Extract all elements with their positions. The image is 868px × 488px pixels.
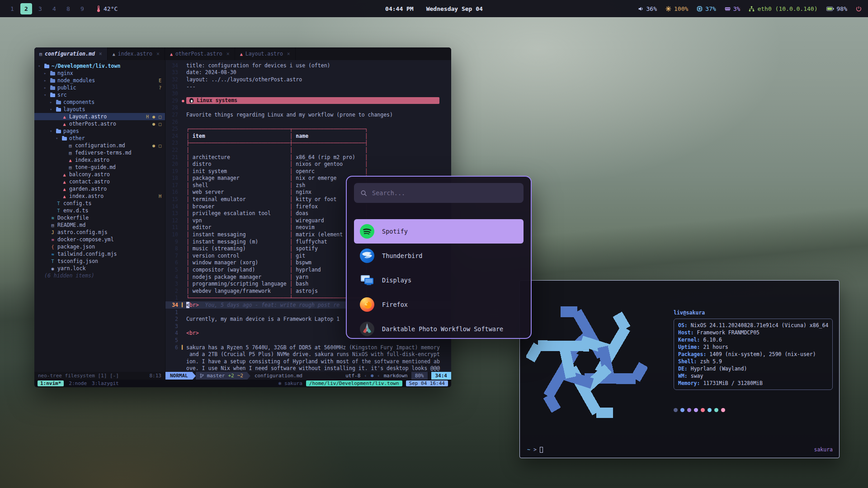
tab-index.astro[interactable]: ▲index.astro× bbox=[108, 47, 165, 60]
battery-module[interactable]: 98% bbox=[826, 5, 847, 12]
tree-item-Layout.astro[interactable]: ▲Layout.astroH ● □ bbox=[34, 113, 165, 120]
tree-item-otherPost.astro[interactable]: ▲otherPost.astro● □ bbox=[34, 120, 165, 127]
launcher-entry-Spotify[interactable]: Spotify bbox=[354, 219, 524, 244]
tree-item-env.d.ts[interactable]: Tenv.d.ts bbox=[34, 207, 165, 214]
tmux-window-2:node[interactable]: 2:node bbox=[69, 380, 87, 386]
shell-prompt[interactable]: ~ > bbox=[527, 446, 543, 453]
close-icon[interactable]: × bbox=[226, 51, 230, 57]
table-border: │ bbox=[186, 253, 193, 259]
tree-item-index.astro[interactable]: ▲index.astro bbox=[34, 156, 165, 164]
tree-item-contact.astro[interactable]: ▲contact.astro bbox=[34, 178, 165, 185]
astro-icon: ▲ bbox=[62, 114, 67, 119]
table-cell: item bbox=[193, 133, 290, 139]
firefox-icon bbox=[359, 297, 375, 312]
table-border: │ bbox=[186, 196, 193, 202]
tree-item-tone-guide.md[interactable]: ▤tone-guide.md bbox=[34, 164, 165, 171]
tree-item-pages[interactable]: ▾pages bbox=[34, 127, 165, 135]
tree-item-fediverse-terms.md[interactable]: ▤fediverse-terms.md bbox=[34, 149, 165, 156]
launcher-entry-Displays[interactable]: Displays bbox=[354, 268, 524, 292]
table-border: │ bbox=[290, 267, 296, 273]
tree-item-~/Development/liv.town[interactable]: ▾~/Development/liv.town bbox=[34, 62, 165, 70]
palette-dot-1 bbox=[680, 408, 684, 412]
chevron-icon: ▸ bbox=[44, 85, 48, 90]
tree-item-package.json[interactable]: {package.json bbox=[34, 243, 165, 250]
workspace-2[interactable]: 2 bbox=[20, 3, 32, 14]
workspace-9[interactable]: 9 bbox=[76, 3, 88, 14]
line-number: 8 bbox=[165, 245, 182, 252]
brightness-module[interactable]: 100% bbox=[665, 5, 688, 12]
tree-item-node_modules[interactable]: ▸node_modulesE bbox=[34, 77, 165, 84]
tree-item-astro.config.mjs[interactable]: Jastro.config.mjs bbox=[34, 229, 165, 236]
tree-item-config.ts[interactable]: Tconfig.ts bbox=[34, 200, 165, 207]
line-text: title: configuration for devices i use (… bbox=[186, 62, 451, 69]
tree-item-label: balcony.astro bbox=[69, 171, 110, 178]
cursor-block: < bbox=[186, 302, 189, 308]
workspace-8[interactable]: 8 bbox=[62, 3, 74, 14]
table-border: │ bbox=[290, 161, 296, 167]
line-number: 24 bbox=[165, 133, 182, 139]
chevron-icon: ▸ bbox=[50, 100, 54, 104]
palette-dot-2 bbox=[687, 408, 691, 412]
search-input[interactable] bbox=[372, 189, 517, 197]
table-border: │ bbox=[290, 175, 296, 181]
tmux-window-1:nvim*[interactable]: 1:nvim* bbox=[38, 380, 64, 386]
tree-item-other[interactable]: ▾other bbox=[34, 135, 165, 142]
info-key: Uptime: bbox=[678, 344, 700, 350]
tree-item-index.astro[interactable]: ▲index.astroH bbox=[34, 192, 165, 200]
tree-item-tailwind.config.mjs[interactable]: ≈tailwind.config.mjs bbox=[34, 250, 165, 258]
tree-item-yarn.lock[interactable]: ◉yarn.lock bbox=[34, 265, 165, 272]
workspace-4[interactable]: 4 bbox=[48, 3, 60, 14]
tab-configuration.md[interactable]: ▤configuration.md× bbox=[34, 47, 108, 60]
network-module[interactable]: eth0 (10.0.0.140) bbox=[749, 5, 817, 12]
power-module[interactable] bbox=[856, 6, 862, 12]
info-key: DE: bbox=[678, 366, 688, 372]
close-icon[interactable]: × bbox=[287, 51, 290, 57]
tree-item-label: tsconfig.json bbox=[57, 258, 98, 264]
git-status-marker: ● □ bbox=[152, 122, 162, 127]
tree-item-(6 hidden items)[interactable]: (6 hidden items) bbox=[34, 272, 165, 279]
tree-item-Dockerfile[interactable]: ≋Dockerfile bbox=[34, 214, 165, 221]
line-number: 4 bbox=[165, 330, 182, 336]
system-info-box: OS: NixOS 24.11.20240828.71e91c4 (Vicuna… bbox=[674, 319, 833, 390]
volume-module[interactable]: 36% bbox=[638, 5, 657, 12]
buffer-line: 30 bbox=[165, 90, 451, 97]
launcher-entry-Firefox[interactable]: Firefox bbox=[354, 292, 524, 317]
launcher-search[interactable] bbox=[354, 183, 524, 203]
right-prompt-host: sakura bbox=[814, 446, 833, 453]
buffer-line: 28 bbox=[165, 104, 451, 112]
tab-Layout.astro[interactable]: ▲Layout.astro× bbox=[235, 47, 296, 60]
tree-item-src[interactable]: ▾src bbox=[34, 91, 165, 99]
section-heading: Linux systems bbox=[186, 97, 439, 104]
tree-item-layouts[interactable]: ▾layouts bbox=[34, 106, 165, 113]
palette-dot-7 bbox=[721, 408, 725, 412]
tree-item-garden.astro[interactable]: ▲garden.astro bbox=[34, 185, 165, 192]
tree-item-balcony.astro[interactable]: ▲balcony.astro bbox=[34, 171, 165, 178]
tab-otherPost.astro[interactable]: ▲otherPost.astro× bbox=[165, 47, 235, 60]
git-segment: master +2 ~2 bbox=[196, 372, 247, 380]
git-diff-modified: ~2 bbox=[237, 373, 243, 379]
info-key: Shell: bbox=[678, 358, 697, 365]
tree-item-components[interactable]: ▸components bbox=[34, 99, 165, 106]
launcher-entry-Thunderbird[interactable]: Thunderbird bbox=[354, 244, 524, 268]
fetch-terminal[interactable]: liv@sakura OS: NixOS 24.11.20240828.71e9… bbox=[519, 280, 840, 458]
tree-item-README.md[interactable]: ▤README.md bbox=[34, 221, 165, 229]
markdown-icon: ▤ bbox=[39, 52, 42, 56]
tree-item-public[interactable]: ▸public? bbox=[34, 84, 165, 91]
tree-item-nginx[interactable]: ▸nginx bbox=[34, 70, 165, 77]
workspace-3[interactable]: 3 bbox=[34, 3, 46, 14]
line-number: 25 bbox=[165, 126, 182, 132]
close-icon[interactable]: × bbox=[99, 51, 102, 57]
table-border: │ bbox=[186, 288, 193, 294]
tmux-window-3:lazygit[interactable]: 3:lazygit bbox=[92, 380, 119, 386]
workspace-1[interactable]: 1 bbox=[6, 3, 18, 14]
close-icon[interactable]: × bbox=[156, 51, 160, 57]
astro-icon: ▲ bbox=[240, 52, 243, 56]
line-number: 32 bbox=[165, 76, 182, 83]
search-icon bbox=[360, 190, 367, 197]
launcher-entry-Darktable Photo Workflow Software[interactable]: Darktable Photo Workflow Software bbox=[354, 317, 524, 339]
tree-item-configuration.md[interactable]: ▤configuration.md● □ bbox=[34, 142, 165, 149]
cpu-module[interactable]: 37% bbox=[697, 5, 716, 12]
memory-module[interactable]: 3% bbox=[725, 5, 741, 12]
tree-item-docker-compose.yml[interactable]: ≡docker-compose.yml bbox=[34, 236, 165, 243]
tree-item-tsconfig.json[interactable]: Ttsconfig.json bbox=[34, 258, 165, 265]
